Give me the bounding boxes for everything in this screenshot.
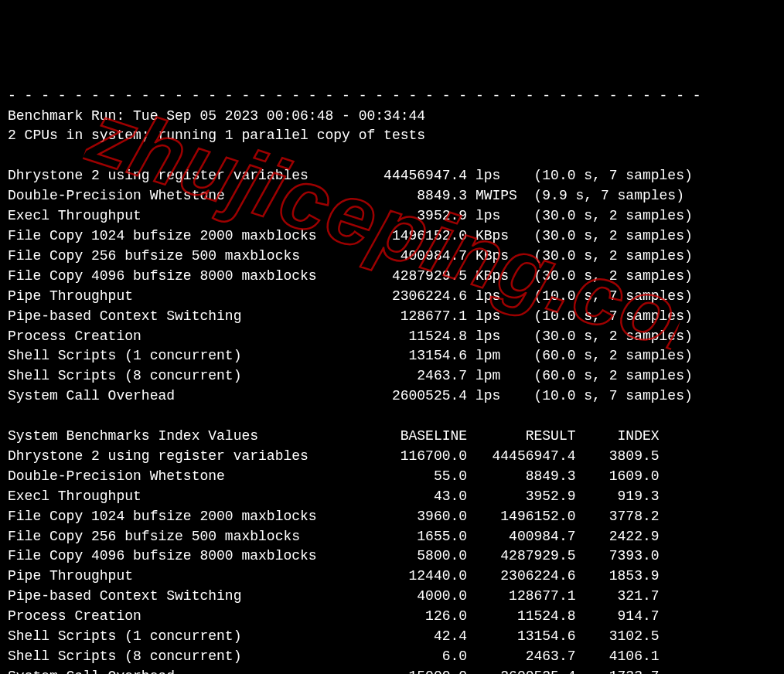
terminal-output: - - - - - - - - - - - - - - - - - - - - … (8, 87, 776, 674)
